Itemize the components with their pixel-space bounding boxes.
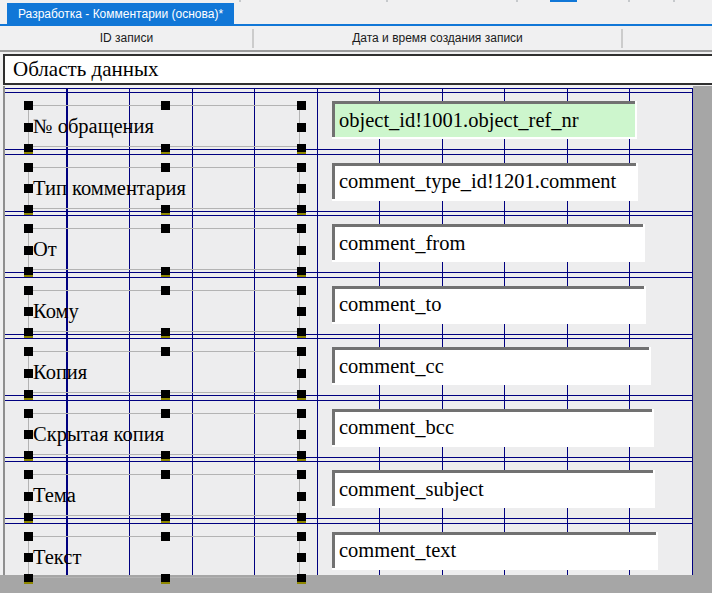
selection-handle[interactable]	[297, 101, 306, 110]
field-input[interactable]: object_id!1001.object_ref_nr	[332, 101, 637, 139]
field-input-value: comment_to	[339, 293, 441, 316]
selection-handle[interactable]	[24, 574, 33, 584]
selection-handle[interactable]	[24, 267, 33, 277]
selection-handle[interactable]	[297, 184, 306, 193]
clipped-top-tick	[516, 0, 518, 2]
field-input[interactable]: comment_text	[332, 532, 658, 570]
selection-handle[interactable]	[24, 224, 33, 233]
selection-handle[interactable]	[24, 184, 33, 193]
header-label-record-id: ID записи	[100, 31, 153, 45]
field-input-value: object_id!1001.object_ref_nr	[339, 109, 579, 132]
selection-handle[interactable]	[297, 369, 306, 378]
field-label-box[interactable]: Тема	[28, 474, 300, 516]
selection-handle[interactable]	[24, 470, 33, 479]
selection-handle[interactable]	[24, 430, 33, 439]
selection-handle[interactable]	[24, 328, 33, 338]
selection-handle[interactable]	[297, 205, 306, 215]
header-cell-created-datetime[interactable]: Дата и время создания записи	[253, 26, 622, 50]
selection-handle[interactable]	[161, 347, 170, 356]
selection-handle[interactable]	[24, 451, 33, 461]
selection-handle[interactable]	[161, 101, 170, 110]
selection-handle[interactable]	[297, 286, 306, 295]
header-bottom-border	[0, 50, 712, 52]
field-input-value: comment_from	[339, 232, 465, 255]
header-separator	[252, 29, 254, 48]
selection-handle[interactable]	[161, 451, 170, 461]
field-input[interactable]: comment_from	[332, 224, 645, 262]
selection-handle[interactable]	[297, 328, 306, 338]
selection-handle[interactable]	[24, 307, 33, 316]
field-label-box[interactable]: Кому	[28, 290, 300, 332]
selection-handle[interactable]	[297, 347, 306, 356]
selection-handle[interactable]	[24, 390, 33, 400]
data-area-title: Область данных	[5, 57, 159, 82]
selection-handle[interactable]	[161, 205, 170, 215]
selection-handle[interactable]	[161, 144, 170, 154]
selection-handle[interactable]	[24, 286, 33, 295]
selection-handle[interactable]	[297, 224, 306, 233]
selection-handle[interactable]	[161, 470, 170, 479]
selection-handle[interactable]	[297, 307, 306, 316]
selection-handle[interactable]	[297, 470, 306, 479]
selection-handle[interactable]	[161, 532, 170, 541]
selection-handle[interactable]	[297, 409, 306, 418]
selection-handle[interactable]	[24, 101, 33, 110]
selection-handle[interactable]	[161, 267, 170, 277]
selection-handle[interactable]	[161, 328, 170, 338]
selection-handle[interactable]	[297, 430, 306, 439]
field-input[interactable]: comment_type_id!1201.comment	[332, 163, 638, 201]
field-label-box[interactable]: Текст	[28, 536, 300, 578]
selection-handle[interactable]	[297, 390, 306, 400]
field-label-box[interactable]: Тип комментария	[28, 167, 300, 209]
field-input[interactable]: comment_subject	[332, 470, 655, 508]
selection-handle[interactable]	[24, 492, 33, 501]
field-label: Кому	[29, 291, 299, 331]
selection-handle[interactable]	[161, 286, 170, 295]
field-label-box[interactable]: Копия	[28, 351, 300, 393]
header-separator	[621, 29, 623, 48]
field-label-box[interactable]: № обращения	[28, 105, 300, 147]
selection-handle[interactable]	[297, 513, 306, 523]
canvas-left-border	[3, 86, 5, 575]
selection-handle[interactable]	[161, 224, 170, 233]
selection-handle[interactable]	[161, 513, 170, 523]
field-input-value: comment_text	[339, 539, 456, 562]
selection-handle[interactable]	[297, 553, 306, 562]
selection-handle[interactable]	[24, 123, 33, 132]
selection-handle[interactable]	[24, 532, 33, 541]
selection-handle[interactable]	[24, 553, 33, 562]
selection-handle[interactable]	[24, 246, 33, 255]
selection-handle[interactable]	[24, 163, 33, 172]
field-input[interactable]: comment_bcc	[332, 409, 654, 447]
selection-handle[interactable]	[297, 267, 306, 277]
selection-handle[interactable]	[297, 123, 306, 132]
clipped-top-tick	[673, 0, 675, 2]
selection-handle[interactable]	[24, 347, 33, 356]
selection-handle[interactable]	[24, 513, 33, 523]
field-input[interactable]: comment_to	[332, 286, 646, 324]
selection-handle[interactable]	[297, 144, 306, 154]
selection-handle[interactable]	[297, 451, 306, 461]
selection-handle[interactable]	[24, 369, 33, 378]
header-cell-empty[interactable]	[622, 26, 712, 50]
selection-handle[interactable]	[297, 246, 306, 255]
selection-handle[interactable]	[24, 144, 33, 154]
header-cell-record-id[interactable]: ID записи	[0, 26, 253, 50]
selection-handle[interactable]	[161, 574, 170, 584]
document-tab[interactable]: Разработка - Комментарии (основа)*	[7, 3, 234, 24]
field-input[interactable]: comment_cc	[332, 347, 651, 385]
field-label-box[interactable]: От	[28, 228, 300, 270]
field-label-box[interactable]: Скрытая копия	[28, 413, 300, 455]
selection-handle[interactable]	[24, 409, 33, 418]
clipped-top-tick	[628, 0, 630, 2]
selection-handle[interactable]	[297, 492, 306, 501]
selection-handle[interactable]	[161, 163, 170, 172]
selection-handle[interactable]	[161, 390, 170, 400]
selection-handle[interactable]	[297, 574, 306, 584]
selection-handle[interactable]	[161, 409, 170, 418]
selection-handle[interactable]	[297, 532, 306, 541]
selection-handle[interactable]	[297, 163, 306, 172]
selection-handle[interactable]	[24, 205, 33, 215]
field-label: Текст	[29, 537, 299, 577]
data-area-section[interactable]: Область данных	[3, 54, 712, 85]
